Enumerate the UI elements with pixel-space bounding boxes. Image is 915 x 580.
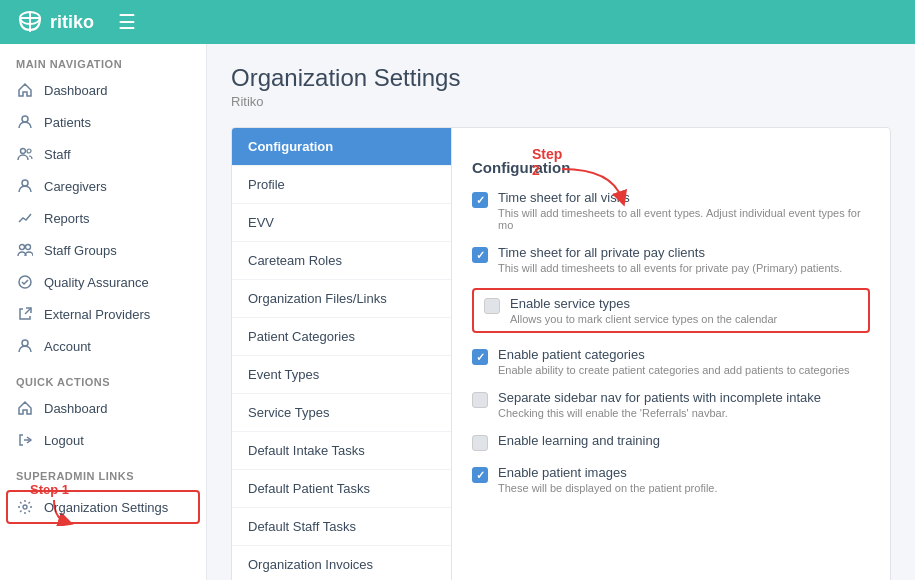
sidebar-item-quality-assurance[interactable]: Quality Assurance xyxy=(0,266,206,298)
content-columns: Configuration Profile EVV Careteam Roles… xyxy=(231,127,891,580)
sidebar-item-account-label: Account xyxy=(44,339,91,354)
config-item-enable-learning: Enable learning and training xyxy=(472,433,870,451)
checkbox-enable-service-types[interactable] xyxy=(484,298,500,314)
org-settings-icon xyxy=(16,498,34,516)
sidebar-item-reports-label: Reports xyxy=(44,211,90,226)
checkbox-patient-categories[interactable] xyxy=(472,349,488,365)
checkbox-timesheet-all[interactable] xyxy=(472,192,488,208)
config-item-enable-service-types: Enable service types Allows you to mark … xyxy=(484,296,858,325)
sidebar-item-dashboard[interactable]: Dashboard xyxy=(0,74,206,106)
settings-menu-item-org-invoices[interactable]: Organization Invoices xyxy=(232,546,451,580)
patient-categories-label: Enable patient categories xyxy=(498,347,850,362)
timesheet-all-desc: This will add timesheets to all event ty… xyxy=(498,207,870,231)
sidebar-item-staff-label: Staff xyxy=(44,147,71,162)
page-title: Organization Settings xyxy=(231,64,891,92)
top-nav: ritiko ☰ xyxy=(0,0,915,44)
reports-icon xyxy=(16,209,34,227)
config-item-separate-sidebar: Separate sidebar nav for patients with i… xyxy=(472,390,870,419)
external-providers-icon xyxy=(16,305,34,323)
sidebar-item-qa-dashboard[interactable]: Dashboard xyxy=(0,392,206,424)
settings-menu-item-default-patient-tasks[interactable]: Default Patient Tasks xyxy=(232,470,451,508)
timesheet-all-label: Time sheet for all visits xyxy=(498,190,870,205)
hamburger-button[interactable]: ☰ xyxy=(118,10,136,34)
config-item-patient-images: Enable patient images These will be disp… xyxy=(472,465,870,494)
sidebar-item-dashboard-label: Dashboard xyxy=(44,83,108,98)
sidebar-item-external-providers[interactable]: External Providers xyxy=(0,298,206,330)
svg-point-7 xyxy=(20,245,25,250)
sidebar-item-org-settings-label: Organization Settings xyxy=(44,500,168,515)
sidebar-item-org-settings[interactable]: Organization Settings xyxy=(6,490,200,524)
qa-dashboard-icon xyxy=(16,399,34,417)
sidebar-item-logout-label: Logout xyxy=(44,433,84,448)
patient-categories-desc: Enable ability to create patient categor… xyxy=(498,364,850,376)
home-icon xyxy=(16,81,34,99)
sidebar-item-staff[interactable]: Staff xyxy=(0,138,206,170)
main-layout: Main Navigation Dashboard Patients Staff… xyxy=(0,44,915,580)
sidebar: Main Navigation Dashboard Patients Staff… xyxy=(0,44,207,580)
sidebar-item-staff-groups-label: Staff Groups xyxy=(44,243,117,258)
settings-menu-item-patient-categories[interactable]: Patient Categories xyxy=(232,318,451,356)
checkbox-timesheet-private[interactable] xyxy=(472,247,488,263)
settings-menu-item-evv[interactable]: EVV xyxy=(232,204,451,242)
patients-icon xyxy=(16,113,34,131)
page-subtitle: Ritiko xyxy=(231,94,891,109)
enable-learning-label: Enable learning and training xyxy=(498,433,660,448)
sidebar-item-reports[interactable]: Reports xyxy=(0,202,206,234)
sidebar-item-staff-groups[interactable]: Staff Groups xyxy=(0,234,206,266)
caregivers-icon xyxy=(16,177,34,195)
staff-icon xyxy=(16,145,34,163)
main-nav-label: Main Navigation xyxy=(0,44,206,74)
sidebar-item-quality-assurance-label: Quality Assurance xyxy=(44,275,149,290)
config-panel: Step 2 Configuration xyxy=(452,128,890,580)
staff-groups-icon xyxy=(16,241,34,259)
sidebar-item-account[interactable]: Account xyxy=(0,330,206,362)
sidebar-item-patients[interactable]: Patients xyxy=(0,106,206,138)
main-content: Organization Settings Ritiko Configurati… xyxy=(207,44,915,580)
quality-assurance-icon xyxy=(16,273,34,291)
svg-point-13 xyxy=(23,505,27,509)
settings-menu-item-default-intake-tasks[interactable]: Default Intake Tasks xyxy=(232,432,451,470)
sidebar-item-caregivers-label: Caregivers xyxy=(44,179,107,194)
logo: ritiko xyxy=(16,8,94,36)
checkbox-enable-learning[interactable] xyxy=(472,435,488,451)
timesheet-private-label: Time sheet for all private pay clients xyxy=(498,245,842,260)
config-item-timesheet-all: Time sheet for all visits This will add … xyxy=(472,190,870,231)
svg-line-10 xyxy=(25,308,31,314)
svg-point-3 xyxy=(22,116,28,122)
svg-point-11 xyxy=(22,340,28,346)
settings-menu: Configuration Profile EVV Careteam Roles… xyxy=(232,128,452,580)
timesheet-private-desc: This will add timesheets to all events f… xyxy=(498,262,842,274)
separate-sidebar-desc: Checking this will enable the 'Referrals… xyxy=(498,407,821,419)
settings-menu-item-careteam-roles[interactable]: Careteam Roles xyxy=(232,242,451,280)
sidebar-item-logout[interactable]: Logout xyxy=(0,424,206,456)
svg-point-8 xyxy=(26,245,31,250)
sidebar-item-patients-label: Patients xyxy=(44,115,91,130)
enable-service-types-desc: Allows you to mark client service types … xyxy=(510,313,777,325)
checkbox-patient-images[interactable] xyxy=(472,467,488,483)
svg-point-5 xyxy=(27,149,31,153)
step2-label: Step 2 xyxy=(532,146,562,178)
logout-icon xyxy=(16,431,34,449)
logo-icon xyxy=(16,8,44,36)
settings-menu-item-org-files[interactable]: Organization Files/Links xyxy=(232,280,451,318)
settings-menu-item-service-types[interactable]: Service Types xyxy=(232,394,451,432)
settings-menu-item-default-staff-tasks[interactable]: Default Staff Tasks xyxy=(232,508,451,546)
patient-images-label: Enable patient images xyxy=(498,465,718,480)
sidebar-item-caregivers[interactable]: Caregivers xyxy=(0,170,206,202)
config-item-patient-categories: Enable patient categories Enable ability… xyxy=(472,347,870,376)
checkbox-separate-sidebar[interactable] xyxy=(472,392,488,408)
config-item-timesheet-private: Time sheet for all private pay clients T… xyxy=(472,245,870,274)
svg-point-4 xyxy=(21,149,26,154)
patient-images-desc: These will be displayed on the patient p… xyxy=(498,482,718,494)
enable-service-types-label: Enable service types xyxy=(510,296,777,311)
sidebar-item-qa-dashboard-label: Dashboard xyxy=(44,401,108,416)
logo-text: ritiko xyxy=(50,12,94,33)
settings-menu-item-profile[interactable]: Profile xyxy=(232,166,451,204)
settings-menu-item-event-types[interactable]: Event Types xyxy=(232,356,451,394)
settings-menu-item-configuration[interactable]: Configuration xyxy=(232,128,451,166)
quick-actions-label: Quick Actions xyxy=(0,362,206,392)
sidebar-item-external-providers-label: External Providers xyxy=(44,307,150,322)
highlight-box-service-types: Enable service types Allows you to mark … xyxy=(472,288,870,333)
svg-point-6 xyxy=(22,180,28,186)
separate-sidebar-label: Separate sidebar nav for patients with i… xyxy=(498,390,821,405)
